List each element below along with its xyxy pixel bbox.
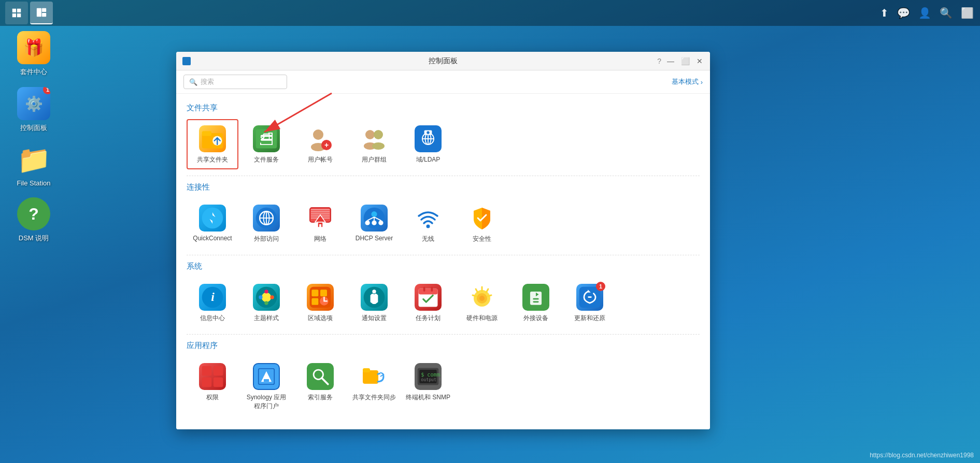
info-center-label: 信息中心 — [200, 314, 225, 323]
svg-rect-85 — [214, 378, 223, 387]
svg-line-75 — [473, 295, 476, 296]
svg-rect-38 — [319, 224, 321, 227]
user-account-label: 用户帐号 — [308, 155, 333, 164]
quickconnect-label: QuickConnect — [193, 235, 232, 242]
help-button[interactable]: ? — [657, 57, 661, 65]
section-file-sharing: 文件共享 共享文件夹 — [187, 103, 700, 169]
file-service-label: 文件服务 — [254, 155, 279, 164]
svg-point-55 — [270, 295, 274, 299]
item-update-restore[interactable]: 1 更新和还原 — [564, 278, 616, 328]
svg-point-9 — [313, 129, 323, 140]
svg-rect-83 — [214, 366, 223, 375]
svg-point-16 — [372, 142, 385, 150]
chevron-right-icon: › — [701, 78, 703, 86]
control-panel-label: 控制面板 — [20, 123, 47, 133]
item-file-service[interactable]: 文件服务 — [240, 119, 292, 169]
section-connectivity-title: 连接性 — [187, 182, 700, 192]
item-theme[interactable]: 主题样式 — [240, 278, 292, 328]
theme-label: 主题样式 — [254, 314, 279, 323]
control-panel-icon: ⚙️ 1 — [17, 87, 50, 120]
minimize-button[interactable]: — — [665, 56, 676, 66]
cp-search-box[interactable]: 🔍 搜索 — [183, 75, 287, 89]
item-network[interactable]: 网络 — [294, 198, 346, 249]
taskbar-tile-btn[interactable] — [30, 2, 53, 24]
item-task-scheduler[interactable]: 任务计划 — [402, 278, 454, 328]
dhcp-server-icon — [361, 205, 388, 232]
maximize-button[interactable]: ⬜ — [680, 56, 690, 66]
external-device-label: 外接设备 — [523, 314, 548, 323]
item-synology-app-portal[interactable]: Synology 应用程序门户 — [240, 357, 292, 416]
hardware-power-icon — [468, 284, 495, 311]
item-dhcp-server[interactable]: DHCP Server — [348, 198, 400, 249]
upload-icon[interactable]: ⬆ — [880, 7, 889, 19]
taskbar: ⬆ 💬 👤 🔍 ⬜ — [0, 0, 980, 26]
item-user-group[interactable]: 用户群组 — [348, 119, 400, 169]
item-user-account[interactable]: + 用户帐号 — [294, 119, 346, 169]
cp-toolbar: 🔍 搜索 基本模式 › — [176, 70, 710, 94]
svg-point-54 — [259, 295, 262, 299]
desktop-icon-control-panel[interactable]: ⚙️ 1 控制面板 — [10, 87, 57, 133]
shared-folder-sync-label: 共享文件夹同步 — [352, 393, 396, 402]
item-privilege[interactable]: 权限 — [187, 357, 238, 416]
item-region[interactable]: 区域选项 — [294, 278, 346, 328]
message-icon[interactable]: 💬 — [897, 7, 910, 19]
search-icon[interactable]: 🔍 — [940, 7, 953, 19]
window-icon[interactable]: ⬜ — [961, 7, 974, 19]
desktop-icon-file-station[interactable]: 📁 File Station — [10, 143, 57, 187]
section-apps: 应用程序 权限 — [187, 341, 700, 416]
svg-point-23 — [427, 131, 430, 134]
item-security[interactable]: 安全性 — [456, 198, 508, 249]
svg-point-53 — [264, 301, 268, 305]
svg-rect-57 — [311, 290, 318, 296]
system-grid: i 信息中心 — [187, 278, 700, 328]
svg-rect-84 — [202, 378, 211, 387]
item-hardware-power[interactable]: 硬件和电源 — [456, 278, 508, 328]
item-external-device[interactable]: 外接设备 — [510, 278, 562, 328]
synology-app-portal-label: Synology 应用程序门户 — [244, 393, 289, 411]
user-icon[interactable]: 👤 — [918, 7, 931, 19]
update-restore-icon: 1 — [576, 284, 603, 311]
cp-mode-btn[interactable]: 基本模式 › — [672, 77, 703, 86]
svg-point-42 — [372, 221, 376, 225]
svg-point-13 — [365, 130, 375, 139]
synology-app-portal-icon — [253, 363, 280, 390]
theme-icon — [253, 284, 280, 311]
network-icon — [307, 205, 334, 232]
update-restore-label: 更新和还原 — [574, 314, 605, 323]
region-label: 区域选项 — [308, 314, 333, 323]
notification-icon — [361, 284, 388, 311]
region-icon — [307, 284, 334, 311]
svg-point-15 — [374, 130, 383, 139]
svg-rect-79 — [533, 301, 538, 302]
item-quickconnect[interactable]: QuickConnect — [187, 198, 238, 249]
item-wireless[interactable]: 无线 — [402, 198, 454, 249]
desktop-icon-dsm-help[interactable]: ? DSM 说明 — [10, 197, 57, 243]
item-notification[interactable]: 通知设置 — [348, 278, 400, 328]
file-station-icon: 📁 — [17, 143, 50, 176]
external-access-icon — [253, 205, 280, 232]
update-restore-badge: 1 — [596, 282, 605, 291]
file-station-label: File Station — [17, 179, 50, 187]
desktop-icon-package-center[interactable]: 🎁 套件中心 — [10, 31, 57, 77]
external-access-label: 外部访问 — [254, 235, 279, 243]
item-terminal-snmp[interactable]: $ command_ output text 终端机和 SNMP — [402, 357, 454, 416]
svg-point-52 — [264, 290, 268, 293]
close-button[interactable]: ✕ — [694, 56, 705, 66]
section-system-title: 系统 — [187, 262, 700, 271]
taskbar-grid-btn[interactable] — [5, 2, 28, 24]
notification-label: 通知设置 — [362, 314, 387, 323]
svg-point-70 — [479, 296, 485, 301]
cp-title: 控制面板 — [429, 56, 458, 66]
item-domain-ldap[interactable]: 域/LDAP — [402, 119, 454, 169]
svg-text:output text: output text — [421, 377, 441, 382]
svg-rect-82 — [202, 366, 211, 375]
svg-text:+: + — [324, 141, 329, 149]
item-shared-folder-sync[interactable]: 共享文件夹同步 — [348, 357, 400, 416]
svg-rect-67 — [431, 287, 433, 292]
item-index-service[interactable]: 索引服务 — [294, 357, 346, 416]
item-shared-folder[interactable]: 共享文件夹 — [187, 119, 238, 169]
external-device-icon — [522, 284, 549, 311]
item-external-access[interactable]: 外部访问 — [240, 198, 292, 249]
svg-line-74 — [476, 289, 478, 293]
item-info-center[interactable]: i 信息中心 — [187, 278, 238, 328]
